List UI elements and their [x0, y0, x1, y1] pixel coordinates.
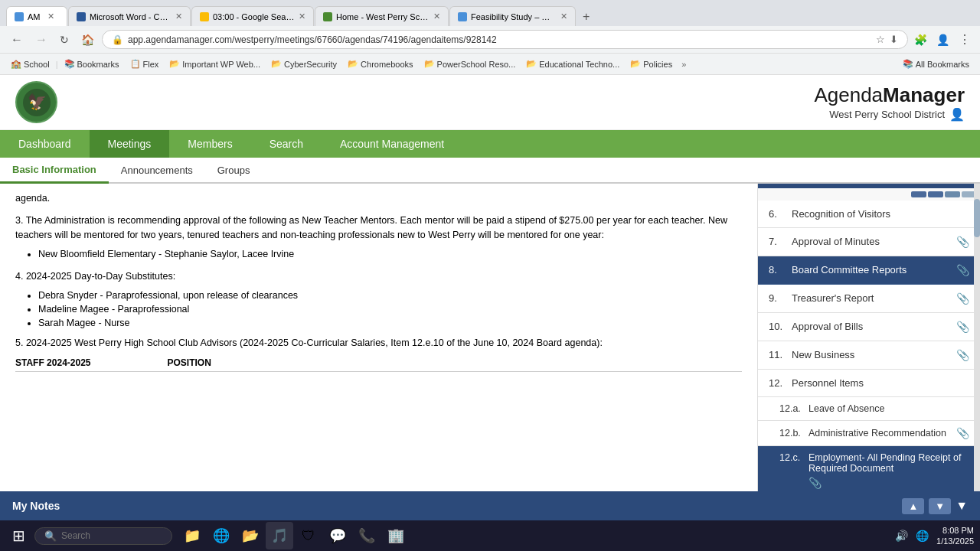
bookmark-ps-icon: 📂 — [424, 59, 435, 69]
profile-icon[interactable]: 👤 — [933, 31, 952, 49]
sub-num-12c: 12.c. — [779, 452, 805, 463]
tab-word-close[interactable]: ✕ — [175, 11, 182, 21]
forward-button[interactable]: → — [31, 30, 52, 50]
taskbar-chat[interactable]: 💬 — [324, 522, 351, 549]
tab-feasibility[interactable]: Feasibility Study – West ... ✕ — [449, 6, 576, 26]
start-button[interactable]: ⊞ — [6, 523, 31, 548]
extensions-icon[interactable]: 🧩 — [911, 31, 930, 49]
agenda-item-6[interactable]: 6. Recognition of Visitors — [758, 201, 980, 228]
bookmark-chrome[interactable]: 📂 Chromebooks — [343, 57, 417, 70]
bullet-sarah: Sarah Magee - Nurse — [38, 318, 742, 328]
download-icon[interactable]: ⬇ — [890, 34, 898, 45]
agenda-title-10: Approval of Bills — [792, 321, 952, 332]
user-icon[interactable]: 👤 — [949, 107, 965, 122]
tab-am-close[interactable]: ✕ — [47, 11, 54, 21]
tab-am[interactable]: AM ✕ — [6, 6, 67, 26]
taskbar-speaker-icon[interactable]: 🔊 — [895, 530, 908, 542]
agenda-item-8[interactable]: 8. Board Committee Reports 📎 — [758, 256, 980, 285]
taskbar-apps: 📁 🌐 📂 🎵 🛡 💬 📞 🏢 — [178, 522, 410, 549]
agenda-attachment-10: 📎 — [956, 321, 969, 333]
back-button[interactable]: ← — [6, 30, 28, 50]
bookmark-wp[interactable]: 📂 Important WP Web... — [165, 57, 265, 70]
agenda-manager-brand: AgendaManager West Perry School District… — [814, 83, 965, 122]
tab-google[interactable]: 03:00 - Google Search ✕ — [191, 6, 314, 26]
sub-num-12a: 12.a. — [779, 403, 805, 414]
paragraph-4: 4. 2024-2025 Day-to-Day Substitutes: — [15, 269, 742, 284]
agenda-item-10[interactable]: 10. Approval of Bills 📎 — [758, 313, 980, 341]
nav-tab-search[interactable]: Search — [251, 130, 322, 158]
agenda-attachment-9: 📎 — [956, 292, 969, 305]
star-icon[interactable]: ☆ — [876, 34, 885, 45]
my-notes-label: My Notes — [12, 500, 60, 512]
nav-tab-dashboard[interactable]: Dashboard — [0, 130, 90, 158]
taskbar-shield[interactable]: 🛡 — [295, 522, 322, 549]
agenda-title-6: Recognition of Visitors — [792, 208, 969, 220]
bookmark-flex[interactable]: 📋 Flex — [126, 57, 164, 70]
menu-icon[interactable]: ⋮ — [956, 29, 974, 50]
taskbar-time[interactable]: 8:08 PM 1/13/2025 — [936, 525, 974, 547]
bookmark-all[interactable]: 📚 All Bookmarks — [898, 57, 974, 70]
bullet-item-1: New Bloomfield Elementary - Stephanie Sa… — [38, 248, 742, 262]
agenda-title-8: Board Committee Reports — [792, 264, 952, 276]
bookmark-cyber[interactable]: 📂 CyberSecurity — [266, 57, 341, 70]
agenda-item-12[interactable]: 12. Personnel Items — [758, 370, 980, 397]
bookmark-all-icon: 📚 — [903, 59, 913, 69]
reload-button[interactable]: ↻ — [55, 31, 74, 49]
notes-up-button[interactable]: ▲ — [902, 498, 924, 514]
nav-tab-meetings[interactable]: Meetings — [90, 130, 170, 158]
tab-westperry[interactable]: Home - West Perry Scho... ✕ — [315, 6, 449, 26]
nav-tab-account[interactable]: Account Management — [322, 130, 462, 158]
agenda-title-9: Treasurer's Report — [792, 292, 952, 304]
sub-item-12a[interactable]: 12.a. Leave of Absence — [758, 397, 980, 421]
taskbar-chrome[interactable]: 🌐 — [207, 522, 235, 549]
taskbar-network-icon[interactable]: 🌐 — [916, 530, 929, 542]
notes-collapse-button[interactable]: ▼ — [956, 499, 968, 513]
sub-tab-announcements[interactable]: Announcements — [109, 158, 205, 182]
agenda-title-7: Approval of Minutes — [792, 236, 952, 247]
agenda-item-7[interactable]: 7. Approval of Minutes 📎 — [758, 228, 980, 256]
bookmark-ed-tech[interactable]: 📂 Educational Techno... — [521, 57, 624, 70]
taskbar-music[interactable]: 🎵 — [266, 522, 293, 549]
taskbar-search-input[interactable] — [61, 530, 138, 541]
bullet-debra: Debra Snyder - Paraprofessional, upon re… — [38, 290, 742, 301]
taskbar-search-box[interactable]: 🔍 — [34, 527, 172, 545]
paragraph-3: 3. The Administration is recommending ap… — [15, 214, 742, 243]
agenda-attachment-7: 📎 — [956, 236, 969, 248]
bookmark-ps[interactable]: 📂 PowerSchool Reso... — [420, 57, 521, 70]
bookmark-chrome-icon: 📂 — [348, 59, 358, 69]
url-bar[interactable]: 🔒 app.agendamanager.com/westperry/meetin… — [102, 30, 908, 49]
agenda-num-11: 11. — [769, 349, 787, 360]
tab-word-label: Microsoft Word - Certifi... — [90, 12, 172, 21]
agenda-item-11[interactable]: 11. New Business 📎 — [758, 341, 980, 370]
agenda-title-12: Personnel Items — [792, 377, 969, 389]
new-tab-button[interactable]: + — [577, 8, 596, 26]
district-name: West Perry School District — [829, 109, 945, 120]
taskbar-teams[interactable]: 🏢 — [382, 522, 410, 549]
sub-tab-groups[interactable]: Groups — [205, 158, 263, 182]
taskbar-skype[interactable]: 📞 — [353, 522, 381, 549]
tab-westperry-close[interactable]: ✕ — [433, 11, 440, 21]
home-button[interactable]: 🏠 — [77, 31, 99, 49]
tab-word[interactable]: Microsoft Word - Certifi... ✕ — [68, 6, 191, 26]
bookmark-policies-icon: 📂 — [630, 59, 641, 69]
taskbar-right: 🔊 🌐 8:08 PM 1/13/2025 — [895, 525, 974, 547]
district-info: West Perry School District 👤 — [829, 107, 965, 122]
tab-feasibility-close[interactable]: ✕ — [560, 11, 567, 21]
bookmarks-more[interactable]: » — [678, 58, 689, 70]
svg-text:🦅: 🦅 — [27, 93, 46, 111]
sub-tab-basic[interactable]: Basic Information — [0, 158, 109, 184]
nav-tab-members[interactable]: Members — [169, 130, 250, 158]
sub-item-12c[interactable]: 12.c. Employment- All Pending Receipt of… — [758, 446, 980, 491]
bookmark-policies[interactable]: 📂 Policies — [626, 57, 677, 70]
notes-down-button[interactable]: ▼ — [929, 498, 951, 514]
sub-title-12b: Administrative Recommendation — [808, 428, 953, 439]
sub-item-12b[interactable]: 12.b. Administrative Recommendation 📎 — [758, 421, 980, 446]
bookmark-bookmarks[interactable]: 📚 Bookmarks — [60, 57, 124, 70]
lock-icon: 🔒 — [112, 34, 123, 45]
tab-am-label: AM — [28, 12, 41, 21]
agenda-item-9[interactable]: 9. Treasurer's Report 📎 — [758, 285, 980, 313]
taskbar-folder[interactable]: 📂 — [237, 522, 264, 549]
bookmark-school[interactable]: 🏫 School — [6, 57, 54, 70]
tab-google-close[interactable]: ✕ — [299, 11, 305, 21]
taskbar-file-explorer[interactable]: 📁 — [178, 522, 206, 549]
